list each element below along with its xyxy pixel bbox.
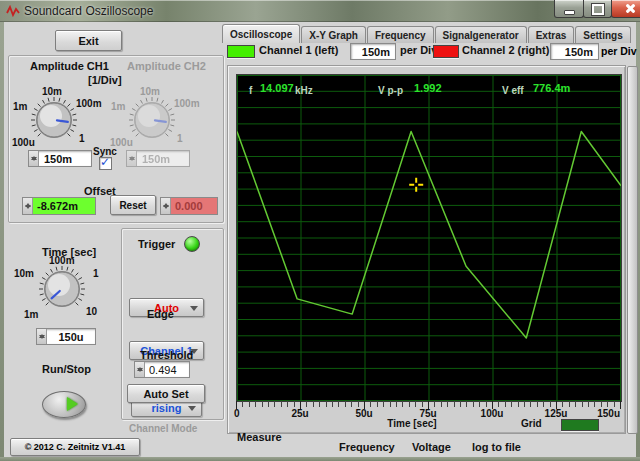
sync-checkbox[interactable] bbox=[99, 157, 112, 170]
channel1-color-swatch bbox=[227, 45, 255, 58]
veff-readout-label: V eff bbox=[502, 85, 524, 96]
x-tick: 100u bbox=[481, 408, 504, 419]
tab-frequency[interactable]: Frequency bbox=[367, 26, 434, 43]
offset-ch2-field[interactable]: 0.000 bbox=[160, 197, 218, 215]
measure-label: Measure bbox=[237, 431, 282, 443]
knob-label: 1 bbox=[177, 133, 183, 144]
channel1-label: Channel 1 (left) bbox=[259, 44, 338, 56]
trigger-label: Trigger bbox=[138, 238, 175, 250]
knob-label: 1m bbox=[24, 309, 38, 320]
vpp-readout-label: V p-p bbox=[378, 85, 403, 96]
voltage-label: Voltage bbox=[412, 441, 451, 453]
copyright-button[interactable]: © 2012 C. Zeitnitz V1.41 bbox=[10, 438, 140, 456]
knob-label: 10m bbox=[140, 86, 160, 97]
maximize-button[interactable] bbox=[583, 0, 612, 18]
knob-label: 100u bbox=[12, 137, 35, 148]
freq-readout-label: f bbox=[249, 85, 252, 96]
scope-plot-svg bbox=[237, 75, 621, 401]
x-tick: 0 bbox=[234, 408, 240, 419]
per-div-label-1: per Div bbox=[400, 44, 437, 56]
offset-ch1-field[interactable]: -8.672m bbox=[22, 197, 96, 215]
knob-label: 1 bbox=[79, 133, 85, 144]
frequency-label: Frequency bbox=[339, 441, 395, 453]
edge-label: Edge bbox=[147, 308, 174, 320]
exit-button[interactable]: Exit bbox=[55, 30, 122, 51]
app-icon bbox=[6, 5, 21, 17]
channel1-per-div-field[interactable]: 150m bbox=[350, 43, 396, 60]
window-frame-bottom bbox=[0, 457, 640, 461]
scope-vertical-scrollbar[interactable] bbox=[627, 66, 638, 434]
channel2-color-swatch bbox=[433, 45, 459, 58]
minimize-button[interactable] bbox=[554, 0, 584, 18]
tab-extras[interactable]: Extras bbox=[528, 26, 575, 43]
veff-readout-value: 776.4m bbox=[533, 82, 570, 94]
offset-reset-button[interactable]: Reset bbox=[110, 195, 156, 215]
threshold-label: Threshold bbox=[140, 349, 193, 361]
x-tick: 25u bbox=[291, 408, 308, 419]
run-stop-label: Run/Stop bbox=[42, 363, 91, 375]
close-button[interactable] bbox=[611, 0, 640, 18]
run-stop-button[interactable] bbox=[42, 391, 86, 418]
knob-label: 10m bbox=[42, 86, 62, 97]
tab-settings[interactable]: Settings bbox=[575, 26, 630, 43]
window-frame-left bbox=[0, 22, 4, 461]
tab-xy-graph[interactable]: X-Y Graph bbox=[301, 26, 366, 43]
trigger-led bbox=[184, 236, 200, 252]
tab-bar: Oscilloscope X-Y Graph Frequency Signalg… bbox=[222, 26, 632, 43]
auto-set-button[interactable]: Auto Set bbox=[127, 384, 205, 403]
channel-mode-label: Channel Mode bbox=[129, 423, 197, 434]
threshold-field[interactable]: 0.494 bbox=[134, 361, 190, 378]
time-knob[interactable] bbox=[34, 261, 90, 317]
grid-color-swatch[interactable] bbox=[561, 419, 599, 431]
amplitude-ch2-value-field[interactable]: 150m bbox=[126, 150, 190, 167]
x-tick: 50u bbox=[355, 408, 372, 419]
knob-label: 100m bbox=[76, 98, 102, 109]
amplitude-ch2-label: Amplitude CH2 bbox=[127, 60, 206, 72]
freq-readout-unit: kHz bbox=[295, 85, 313, 96]
channel2-label: Channel 2 (right) bbox=[462, 44, 549, 56]
channel2-per-div-field[interactable]: 150m bbox=[550, 43, 599, 60]
tab-oscilloscope[interactable]: Oscilloscope bbox=[222, 24, 300, 43]
knob-label: 100m bbox=[49, 255, 75, 266]
per-div-label-2: per Div bbox=[601, 45, 637, 57]
per-div-unit-label: [1/Div] bbox=[88, 74, 122, 86]
knob-label: 100m bbox=[174, 98, 200, 109]
knob-label: 10 bbox=[86, 306, 97, 317]
x-tick: 125u bbox=[545, 408, 568, 419]
knob-label: 1 bbox=[93, 268, 99, 279]
vpp-readout-value: 1.992 bbox=[414, 82, 442, 94]
app-window: Soundcard Oszilloscope Exit Amplitude CH… bbox=[0, 0, 640, 461]
tab-signalgenerator[interactable]: Signalgenerator bbox=[435, 26, 527, 43]
maximize-icon bbox=[592, 4, 604, 15]
time-value-field[interactable]: 150u bbox=[36, 328, 96, 345]
grid-label: Grid bbox=[521, 418, 542, 429]
minimize-icon bbox=[564, 10, 575, 15]
log-to-file-label: log to file bbox=[472, 441, 521, 453]
knob-label: 1m bbox=[13, 101, 27, 112]
scope-display[interactable] bbox=[236, 74, 622, 402]
freq-readout-value: 14.097 bbox=[260, 82, 294, 94]
x-tick: 150u bbox=[597, 408, 620, 419]
amplitude-ch1-label: Amplitude CH1 bbox=[30, 60, 109, 72]
knob-label: 10m bbox=[14, 268, 34, 279]
window-title: Soundcard Oszilloscope bbox=[24, 4, 153, 18]
x-axis-label: Time [sec] bbox=[387, 418, 436, 429]
knob-label: 1m bbox=[111, 101, 125, 112]
spinner[interactable] bbox=[29, 151, 39, 166]
title-bar[interactable]: Soundcard Oszilloscope bbox=[0, 0, 640, 22]
amplitude-ch1-value-field[interactable]: 150m bbox=[28, 150, 92, 167]
